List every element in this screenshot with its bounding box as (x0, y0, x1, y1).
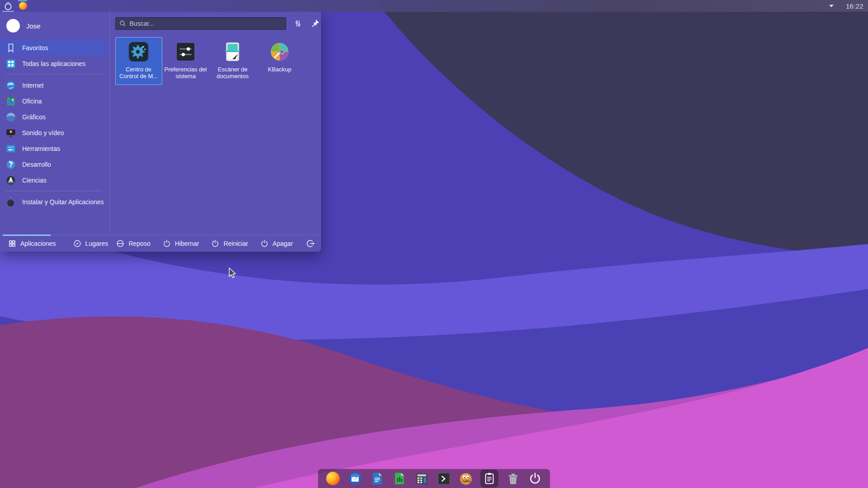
flask-icon (5, 175, 16, 186)
sidebar-item-label: Desarrollo (22, 161, 51, 168)
search-input[interactable] (130, 20, 282, 27)
monitor-media-icon (5, 127, 16, 138)
bomb-installer-icon (5, 197, 16, 207)
chevron-down-icon[interactable] (829, 4, 834, 8)
sidebar-item-label: Herramientas (22, 145, 60, 152)
leave-session-button[interactable] (306, 239, 316, 249)
active-tab-indicator (3, 235, 51, 236)
shutdown-icon (260, 239, 269, 248)
dock-item-trash[interactable] (505, 471, 521, 486)
tab-lugares[interactable]: Lugares (69, 235, 113, 252)
leave-session-icon (306, 239, 316, 249)
sidebar-item-label: Internet (22, 82, 43, 89)
sidebar-item-label: Favoritos (22, 44, 48, 52)
tab-aplicaciones[interactable]: Aplicaciones (4, 235, 61, 252)
suspend-icon (116, 239, 125, 248)
gimp-icon (459, 471, 473, 486)
launcher-content: Centro de Control de M... Preferencias d… (110, 12, 326, 235)
sidebar-item-graficos[interactable]: Gráficos (0, 109, 109, 125)
launcher-sidebar: Jose Favoritos Todas las aplicaciones (0, 12, 110, 235)
panel-clock[interactable]: 16:22 (846, 2, 863, 10)
sidebar-item-sonido-y-video[interactable]: Sonido y vídeo (0, 125, 109, 141)
sidebar-item-label: Todas las aplicaciones (22, 60, 85, 67)
top-panel: 16:22 (0, 0, 868, 12)
pin-icon[interactable] (310, 18, 321, 29)
avatar (6, 19, 20, 33)
action-label: Apagar (273, 240, 293, 247)
favorite-tile-preferencias-del-sistema[interactable]: Preferencias del sistema (162, 37, 209, 85)
taskbar-item-firefox[interactable] (16, 0, 30, 12)
search-bar[interactable] (115, 17, 286, 30)
dock-item-thunderbird[interactable] (348, 471, 363, 486)
sidebar-item-ciencias[interactable]: Ciencias (0, 172, 109, 188)
bookmark-icon (5, 42, 16, 53)
sidebar-item-todas-las-aplicaciones[interactable]: Todas las aplicaciones (0, 56, 109, 71)
restart-button[interactable]: Reiniciar (211, 239, 248, 248)
favorite-tile-centro-de-control[interactable]: Centro de Control de M... (115, 37, 162, 85)
sidebar-item-internet[interactable]: Internet (0, 77, 109, 93)
favorite-label: Preferencias del sistema (162, 66, 209, 80)
sidebar-separator (5, 74, 102, 75)
session-actions: Reposo Hibernar Reiniciar (116, 239, 317, 249)
user-name: Jose (26, 22, 41, 30)
calculator-icon (415, 472, 429, 486)
sidebar-item-label: Gráficos (22, 113, 46, 121)
app-grid-icon (5, 58, 16, 69)
sidebar-item-label: Ciencias (22, 177, 47, 184)
sidebar-item-oficina[interactable]: Oficina (0, 93, 109, 109)
dock-item-libreoffice-calc[interactable] (392, 471, 407, 486)
launcher-active-indicator (2, 11, 14, 12)
utilities-sliders-icon (5, 143, 16, 154)
sidebar-item-label: Sonido y vídeo (22, 129, 64, 136)
tab-label: Lugares (85, 240, 108, 247)
system-settings-sliders-icon (175, 41, 197, 63)
dock-item-gimp[interactable] (458, 471, 474, 486)
dock-item-shutdown[interactable] (528, 471, 543, 486)
app-launcher-menu: Jose Favoritos Todas las aplicaciones (0, 12, 321, 252)
sidebar-item-desarrollo[interactable]: Desarrollo (0, 156, 109, 172)
desktop: 16:22 Jose Favoritos (0, 0, 868, 488)
shutdown-button[interactable]: Apagar (260, 239, 293, 248)
action-label: Reposo (128, 240, 150, 247)
action-label: Hibernar (175, 240, 199, 247)
panel-tray-area: 16:22 (829, 2, 868, 10)
task-active-indicator (18, 0, 27, 1)
user-profile[interactable]: Jose (0, 15, 109, 40)
kbackup-pie-icon (269, 41, 291, 63)
action-label: Reiniciar (223, 240, 248, 247)
dock-item-kcalc[interactable] (414, 471, 429, 486)
firefox-icon (19, 2, 27, 10)
clipboard-icon (483, 472, 496, 485)
favorites-grid: Centro de Control de M... Preferencias d… (115, 37, 321, 85)
favorite-label: Centro de Control de M... (115, 66, 162, 80)
restart-icon (211, 239, 220, 248)
hibernate-button[interactable]: Hibernar (162, 239, 199, 248)
libreoffice-calc-icon (393, 472, 406, 485)
favorite-tile-kbackup[interactable]: KBackup (256, 37, 303, 85)
grid-icon (8, 239, 16, 248)
dock-item-konsole[interactable] (436, 471, 452, 486)
document-scanner-icon (222, 41, 244, 63)
compass-icon (73, 239, 81, 248)
hammer-icon (5, 159, 16, 170)
sidebar-item-label: Instalar y Quitar Aplicaciones (22, 198, 104, 206)
dock-item-libreoffice-writer[interactable] (370, 471, 385, 486)
sidebar-item-herramientas[interactable]: Herramientas (0, 141, 109, 156)
app-launcher-button[interactable] (0, 0, 16, 12)
dock-item-firefox[interactable] (326, 471, 341, 486)
sidebar-item-instalar-y-quitar-aplicaciones[interactable]: Instalar y Quitar Aplicaciones (0, 194, 109, 210)
control-center-gear-icon (127, 41, 150, 63)
tab-label: Aplicaciones (20, 240, 56, 247)
filter-sliders-icon[interactable] (292, 18, 303, 29)
sidebar-item-favoritos[interactable]: Favoritos (0, 40, 109, 56)
launcher-footer: Aplicaciones Lugares Reposo (0, 235, 321, 252)
terminal-icon (437, 472, 451, 486)
sidebar-item-label: Oficina (22, 98, 42, 105)
power-icon (528, 471, 542, 486)
search-icon (119, 20, 126, 27)
favorite-tile-escaner-de-documentos[interactable]: Escáner de documentos (209, 37, 256, 85)
thunderbird-icon (348, 471, 363, 486)
firefox-icon (326, 472, 340, 485)
dock-item-clipboard-manager[interactable] (481, 469, 499, 488)
suspend-button[interactable]: Reposo (116, 239, 150, 248)
